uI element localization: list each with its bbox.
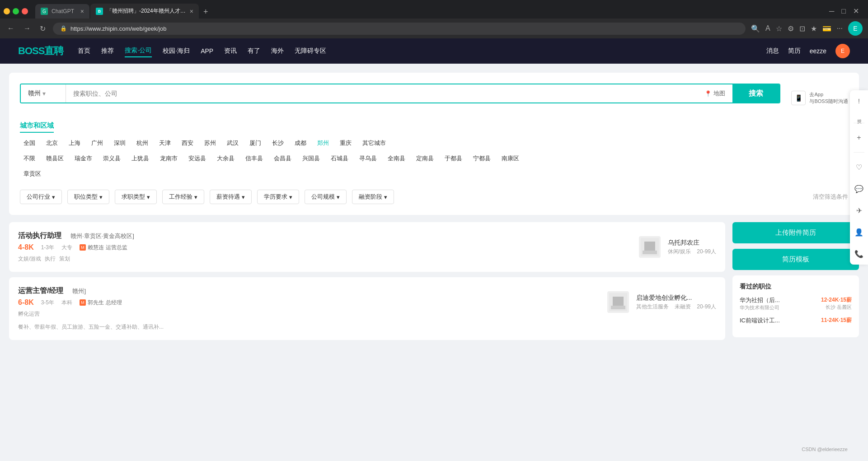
district-ganxian[interactable]: 赣县区 — [42, 154, 67, 163]
city-quanguo[interactable]: 全国 — [20, 138, 39, 148]
map-button[interactable]: 📍 地图 — [697, 84, 732, 102]
window-close-icon[interactable]: ✕ — [853, 7, 859, 15]
district-nankang[interactable]: 南康区 — [498, 154, 523, 163]
viewed-job-1[interactable]: IC前端设计工... 11-24K·15薪 — [740, 317, 852, 325]
filter-seek-type[interactable]: 求职类型 ▾ — [115, 190, 157, 204]
filter-education[interactable]: 学历要求 ▾ — [257, 190, 299, 204]
upload-resume-button[interactable]: 上传附件简历 — [732, 222, 859, 243]
clear-filter-btn[interactable]: 清空筛选条件 — [813, 193, 848, 201]
edge-chat-icon[interactable]: 💬 — [852, 182, 866, 196]
filter-education-label: 学历要求 — [264, 193, 287, 201]
nav-yole[interactable]: 有了 — [248, 45, 260, 57]
tab-close-zhipin[interactable]: × — [190, 8, 193, 14]
site-logo[interactable]: BOSS直聘 — [18, 44, 63, 58]
district-ningdu[interactable]: 宁都县 — [469, 154, 494, 163]
nav-overseas[interactable]: 海外 — [271, 45, 284, 57]
close-button[interactable] — [22, 8, 28, 14]
favorites-icon[interactable]: ★ — [811, 24, 817, 33]
filter-company-size[interactable]: 公司规模 ▾ — [305, 190, 347, 204]
edge-heart-icon[interactable]: ♡ — [852, 160, 866, 174]
new-tab-button[interactable]: + — [200, 5, 212, 19]
forward-button[interactable]: → — [22, 23, 33, 34]
filter-salary[interactable]: 薪资待遇 ▾ — [210, 190, 252, 204]
edge-user-icon[interactable]: 👤 — [852, 225, 866, 239]
resume-link[interactable]: 简历 — [788, 47, 801, 55]
resume-template-button[interactable]: 简历模板 — [732, 249, 859, 270]
city-chengdu[interactable]: 成都 — [291, 138, 310, 148]
search-button[interactable]: 搜索 — [732, 84, 779, 102]
job-location-0: 赣州·章贡区·黄金高校区] — [70, 232, 134, 240]
district-zhangong[interactable]: 章贡区 — [20, 169, 45, 179]
nav-home[interactable]: 首页 — [78, 45, 90, 57]
nav-recommend[interactable]: 推荐 — [101, 45, 114, 57]
nav-app[interactable]: APP — [201, 46, 213, 56]
window-minimize-icon[interactable]: ─ — [829, 7, 834, 15]
district-chongyi[interactable]: 崇义县 — [99, 154, 124, 163]
wallet-icon[interactable]: 💳 — [822, 24, 831, 33]
maximize-button[interactable] — [13, 8, 19, 14]
edge-feedback-icon[interactable]: ! — [852, 94, 866, 108]
reload-button[interactable]: ↻ — [38, 23, 47, 35]
district-xinfeng[interactable]: 信丰县 — [242, 154, 267, 163]
back-button[interactable]: ← — [5, 23, 16, 34]
city-other[interactable]: 其它城市 — [359, 138, 389, 148]
city-hangzhou[interactable]: 杭州 — [133, 138, 152, 148]
message-link[interactable]: 消息 — [766, 47, 779, 55]
district-dingnan[interactable]: 定南县 — [413, 154, 437, 163]
search-input[interactable] — [66, 84, 697, 102]
tab-close-chatgpt[interactable]: × — [80, 8, 84, 14]
district-shicheng[interactable]: 石城县 — [327, 154, 352, 163]
district-xunwu[interactable]: 寻乌县 — [356, 154, 380, 163]
district-longnan[interactable]: 龙南市 — [156, 154, 181, 163]
nav-campus[interactable]: 校园·海归 — [163, 45, 190, 57]
filter-experience[interactable]: 工作经验 ▾ — [162, 190, 204, 204]
more-icon[interactable]: ··· — [837, 24, 843, 33]
viewed-job-0[interactable]: 华为社招（后... 华为技术有限公司 12-24K·15薪 长沙 岳麓区 — [740, 296, 852, 311]
filter-industry[interactable]: 公司行业 ▾ — [20, 190, 62, 204]
edge-plus-icon[interactable]: + — [852, 130, 866, 145]
city-wuhan[interactable]: 武汉 — [223, 138, 242, 148]
district-dayu[interactable]: 大余县 — [213, 154, 238, 163]
district-xingguo[interactable]: 兴国县 — [299, 154, 324, 163]
city-xiamen[interactable]: 厦门 — [246, 138, 265, 148]
city-chongqing[interactable]: 重庆 — [336, 138, 355, 148]
city-shenzhen[interactable]: 深圳 — [110, 138, 129, 148]
window-restore-icon[interactable]: □ — [841, 7, 846, 15]
city-suzhou[interactable]: 苏州 — [201, 138, 220, 148]
address-bar[interactable]: 🔒 https://www.zhipin.com/web/geek/job — [53, 23, 746, 35]
translate-icon[interactable]: A — [765, 24, 770, 33]
job-card-0[interactable]: 活动执行助理 赣州·章贡区·黄金高校区] 4-8K 1-3年 大专 M 赖慧连 … — [9, 222, 725, 272]
city-zhengzhou[interactable]: 郑州 — [314, 138, 333, 148]
minimize-button[interactable] — [4, 8, 10, 14]
browser-tab-zhipin[interactable]: B 「赣州招聘」-2024年赣州人才招聘... × — [90, 4, 199, 19]
city-selector[interactable]: 赣州 ▾ — [21, 84, 66, 102]
city-guangzhou[interactable]: 广州 — [88, 138, 107, 148]
browser-tab-chatgpt[interactable]: G ChatGPT × — [35, 4, 89, 19]
bookmark-icon[interactable]: ☆ — [776, 24, 782, 33]
split-icon[interactable]: ⊡ — [799, 24, 805, 33]
city-changsha[interactable]: 长沙 — [268, 138, 287, 148]
filter-funding[interactable]: 融资阶段 ▾ — [352, 190, 394, 204]
city-tianjin[interactable]: 天津 — [155, 138, 174, 148]
district-quannan[interactable]: 全南县 — [384, 154, 409, 163]
edge-profile-icon[interactable]: E — [848, 21, 863, 36]
district-huichang[interactable]: 会昌县 — [270, 154, 295, 163]
city-xian[interactable]: 西安 — [178, 138, 197, 148]
nav-news[interactable]: 资讯 — [224, 45, 237, 57]
filter-job-type[interactable]: 职位类型 ▾ — [67, 190, 109, 204]
edge-phone-icon[interactable]: 📞 — [852, 247, 866, 261]
nav-accessibility[interactable]: 无障碍专区 — [295, 45, 326, 57]
district-yudu[interactable]: 于都县 — [441, 154, 466, 163]
job-card-1[interactable]: 运营主管/经理 赣州] 6-8K 3-5年 本科 M 郭先生 总经理 — [9, 277, 725, 340]
search-toolbar-icon[interactable]: 🔍 — [751, 24, 760, 33]
district-shangyou[interactable]: 上犹县 — [128, 154, 153, 163]
district-buxian[interactable]: 不限 — [20, 154, 39, 163]
city-shanghai[interactable]: 上海 — [65, 138, 84, 148]
settings-icon[interactable]: ⚙ — [788, 24, 794, 33]
nav-search[interactable]: 搜索·公司 — [125, 45, 152, 57]
district-ruijin[interactable]: 瑞金市 — [71, 154, 96, 163]
edge-send-icon[interactable]: ✈ — [852, 203, 866, 218]
user-avatar[interactable]: E — [835, 44, 850, 58]
city-beijing[interactable]: 北京 — [42, 138, 61, 148]
district-anyuan[interactable]: 安远县 — [185, 154, 210, 163]
